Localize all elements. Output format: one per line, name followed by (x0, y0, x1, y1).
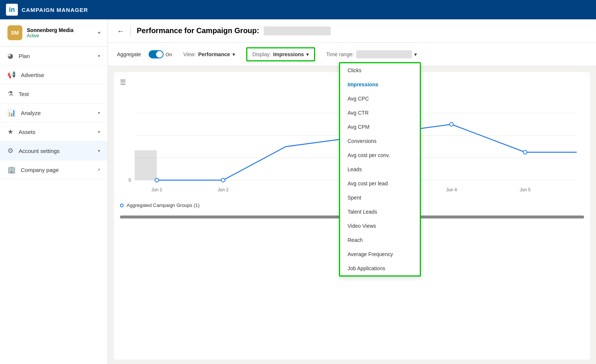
time-range-label: Time range: (326, 51, 354, 57)
chevron-down-icon: ▾ (306, 51, 309, 57)
svg-text:Jun 1: Jun 1 (151, 187, 162, 192)
dropdown-item-reach[interactable]: Reach (340, 233, 420, 247)
view-label: View: (183, 51, 196, 57)
sidebar-item-label: Plan (19, 53, 30, 59)
dropdown-item-conversions[interactable]: Conversions (340, 134, 420, 148)
dropdown-item-avg-cost-conv[interactable]: Avg cost per conv. (340, 148, 420, 162)
svg-point-8 (450, 122, 453, 126)
sidebar-item-assets[interactable]: ★ Assets ▾ (0, 122, 108, 141)
dropdown-item-impressions[interactable]: Impressions (340, 77, 420, 92)
sidebar-item-label: Analyze (21, 110, 41, 116)
sidebar-item-plan[interactable]: ◕ Plan ▾ (0, 47, 108, 66)
main-content: ← Performance for Campaign Group: Aggreg… (108, 19, 596, 364)
account-status: Active (27, 33, 93, 38)
display-label: Display: (253, 51, 271, 57)
sidebar-item-company-page[interactable]: 🏢 Company page ↗ (0, 160, 108, 179)
dropdown-item-job-applications[interactable]: Job Applications (340, 261, 420, 275)
display-button[interactable]: Display: Impressions ▾ (246, 47, 315, 61)
legend-dot (120, 204, 124, 207)
campaign-name-placeholder (264, 26, 331, 35)
svg-rect-5 (135, 150, 157, 180)
dropdown-item-avg-cost-lead[interactable]: Avg cost per lead (340, 176, 420, 191)
chevron-down-icon: ▾ (98, 111, 100, 115)
svg-text:Jun 5: Jun 5 (520, 187, 530, 192)
linkedin-logo: in (6, 4, 18, 16)
chevron-down-icon: ▾ (98, 54, 100, 58)
sidebar-item-advertise[interactable]: 📢 Advertise (0, 66, 108, 84)
account-section[interactable]: SM Sonnenberg Media Active ▾ (0, 19, 108, 47)
sidebar-item-test[interactable]: ⚗ Test (0, 84, 108, 103)
time-range-button[interactable]: Time range: ▾ (323, 48, 421, 61)
sidebar-item-account-settings[interactable]: ⚙ Account settings ▾ (0, 141, 108, 160)
app-title: CAMPAIGN MANAGER (22, 7, 88, 13)
dropdown-item-video-views[interactable]: Video Views (340, 219, 420, 233)
toggle-knob (156, 51, 163, 58)
aggregate-label: Aggregate (117, 51, 141, 57)
toggle-on-label: On (166, 52, 172, 57)
aggregate-toggle[interactable]: On (149, 50, 172, 58)
back-button[interactable]: ← (117, 27, 124, 35)
svg-text:Jun 4: Jun 4 (446, 187, 457, 192)
dropdown-item-leads[interactable]: Leads (340, 162, 420, 176)
dropdown-item-clicks[interactable]: Clicks (340, 63, 420, 77)
toolbar: Aggregate On View: Performance ▾ Display… (108, 43, 596, 66)
dropdown-item-avg-cpc[interactable]: Avg CPC (340, 92, 420, 106)
chevron-down-icon: ▾ (232, 51, 235, 57)
external-link-icon: ↗ (97, 167, 100, 172)
svg-point-6 (155, 178, 159, 182)
sidebar-item-label: Test (19, 91, 29, 97)
sidebar: SM Sonnenberg Media Active ▾ ◕ Plan ▾ 📢 … (0, 19, 108, 364)
time-range-value (356, 50, 412, 58)
analyze-icon: 📊 (7, 109, 16, 117)
dropdown-item-avg-cpm[interactable]: Avg CPM (340, 120, 420, 134)
svg-point-9 (523, 150, 527, 154)
settings-icon: ⚙ (7, 147, 13, 155)
chevron-down-icon: ▾ (98, 149, 100, 153)
company-icon: 🏢 (7, 166, 16, 174)
view-button[interactable]: View: Performance ▾ (180, 49, 239, 60)
avatar: SM (7, 25, 22, 40)
sidebar-item-label: Assets (19, 129, 35, 135)
account-chevron-icon: ▾ (98, 30, 100, 35)
chevron-down-icon: ▾ (414, 51, 417, 57)
dropdown-item-spent[interactable]: Spent (340, 191, 420, 205)
toggle-control[interactable] (149, 50, 164, 58)
top-nav: in CAMPAIGN MANAGER (0, 0, 596, 19)
page-header: ← Performance for Campaign Group: (108, 19, 596, 43)
svg-point-7 (221, 178, 225, 182)
sidebar-item-analyze[interactable]: 📊 Analyze ▾ (0, 103, 108, 122)
svg-text:0: 0 (129, 178, 131, 183)
test-icon: ⚗ (7, 90, 13, 98)
sidebar-item-label: Company page (21, 167, 59, 173)
dropdown-item-talent-leads[interactable]: Talent Leads (340, 205, 420, 219)
legend-label: Aggregated Campaign Groups (1) (127, 202, 200, 208)
chevron-down-icon: ▾ (98, 130, 100, 134)
display-value: Impressions (273, 51, 304, 57)
sidebar-item-label: Advertise (21, 72, 44, 78)
view-value: Performance (198, 51, 230, 57)
account-name: Sonnenberg Media (27, 27, 93, 33)
sidebar-item-label: Account settings (19, 148, 60, 154)
account-info: Sonnenberg Media Active (27, 27, 93, 38)
dropdown-item-avg-ctr[interactable]: Avg CTR (340, 106, 420, 120)
header-divider (130, 25, 131, 36)
plan-icon: ◕ (7, 52, 13, 60)
advertise-icon: 📢 (7, 71, 16, 79)
logo-area: in CAMPAIGN MANAGER (6, 4, 88, 16)
assets-icon: ★ (7, 128, 13, 136)
svg-text:Jun 2: Jun 2 (218, 187, 228, 192)
display-dropdown: Clicks Impressions Avg CPC Avg CTR Avg C… (339, 62, 421, 277)
page-title: Performance for Campaign Group: (137, 26, 331, 36)
dropdown-item-average-frequency[interactable]: Average Frequency (340, 247, 420, 261)
